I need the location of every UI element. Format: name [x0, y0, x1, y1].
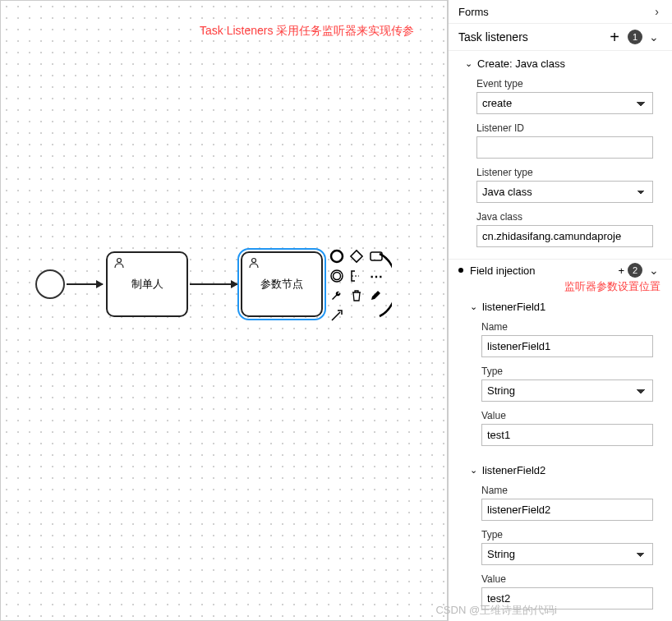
- properties-panel: Forms › Task listeners + 1 ⌄ ⌄ Create: J…: [448, 0, 672, 621]
- forms-title: Forms: [458, 6, 651, 18]
- annotation-mid: 监听器参数设置位置: [449, 279, 672, 294]
- field1-type-select[interactable]: String: [481, 380, 653, 402]
- event-type-select[interactable]: create: [476, 92, 653, 114]
- pad-gateway-icon[interactable]: [348, 247, 366, 265]
- svg-point-1: [252, 259, 256, 263]
- pad-wrench-icon[interactable]: [328, 287, 346, 305]
- pad-connect-icon[interactable]: [328, 306, 346, 324]
- field-count-badge: 2: [628, 263, 642, 278]
- field1-title: listenerField1: [482, 301, 545, 313]
- java-class-input[interactable]: [476, 225, 653, 247]
- pad-trash-icon[interactable]: [348, 287, 366, 305]
- task-listeners-title: Task listeners: [458, 30, 605, 44]
- toggle-icon: ⌄: [470, 301, 477, 312]
- toggle-icon: ⌄: [470, 465, 477, 476]
- task1-label: 制单人: [131, 277, 163, 292]
- bpmn-canvas[interactable]: Task Listeners 采用任务监听器来实现传参 制单人 参数节点 ⋯: [0, 0, 448, 621]
- toggle-icon: ⌄: [465, 58, 472, 69]
- watermark: CSDN @王维诗里的代码i: [435, 603, 557, 618]
- dot-icon: [458, 268, 463, 273]
- pad-intermediate-event-icon[interactable]: [328, 267, 346, 285]
- chevron-right-icon: ›: [651, 5, 662, 18]
- user-icon: [113, 256, 126, 269]
- field1-value-label: Value: [481, 410, 662, 421]
- chevron-down-icon[interactable]: ⌄: [646, 30, 662, 44]
- svg-point-2: [331, 251, 343, 262]
- listener-id-label: Listener ID: [476, 122, 662, 134]
- field-injection-header[interactable]: Field injection + 2 ⌄: [449, 259, 672, 281]
- start-event[interactable]: [35, 269, 65, 299]
- field1-value-input[interactable]: [481, 424, 653, 446]
- field2-type-label: Type: [481, 529, 662, 540]
- add-listener-button[interactable]: +: [610, 29, 619, 45]
- task-listeners-header[interactable]: Task listeners + 1 ⌄: [449, 24, 672, 51]
- listener-type-select[interactable]: Java class: [476, 181, 653, 203]
- listener-entry-header[interactable]: ⌄ Create: Java class: [465, 54, 662, 73]
- pad-boundary-icon: [377, 252, 392, 318]
- listener-id-input[interactable]: [476, 136, 653, 159]
- field2-value-label: Value: [481, 573, 662, 585]
- listener-count-badge: 1: [628, 30, 642, 44]
- user-task-1[interactable]: 制单人: [106, 251, 188, 317]
- field1-name-input[interactable]: [481, 335, 653, 357]
- java-class-label: Java class: [476, 211, 662, 223]
- user-task-2[interactable]: 参数节点: [241, 251, 323, 317]
- svg-point-0: [117, 259, 122, 263]
- field-injection-title: Field injection: [470, 264, 618, 277]
- listener-entry-title: Create: Java class: [477, 58, 565, 70]
- task2-label: 参数节点: [260, 277, 303, 292]
- svg-rect-3: [351, 251, 362, 262]
- sequence-flow-2[interactable]: [190, 283, 237, 285]
- chevron-down-icon[interactable]: ⌄: [646, 264, 662, 277]
- field2-type-select[interactable]: String: [481, 543, 653, 565]
- sequence-flow-1[interactable]: [67, 283, 103, 285]
- forms-section-header[interactable]: Forms ›: [449, 0, 672, 24]
- field2-name-input[interactable]: [481, 499, 653, 521]
- annotation-top: Task Listeners 采用任务监听器来实现传参: [200, 24, 414, 39]
- add-field-button[interactable]: +: [618, 264, 624, 277]
- field1-type-label: Type: [481, 366, 662, 377]
- svg-point-6: [334, 273, 341, 280]
- user-icon: [247, 256, 260, 269]
- listener-type-label: Listener type: [476, 167, 662, 178]
- pad-annotation-icon[interactable]: [348, 267, 366, 285]
- field2-title: listenerField2: [482, 464, 545, 476]
- field2-header[interactable]: ⌄ listenerField2: [470, 461, 662, 480]
- field1-header[interactable]: ⌄ listenerField1: [470, 297, 662, 316]
- field1-name-label: Name: [481, 321, 662, 333]
- field2-name-label: Name: [481, 485, 662, 496]
- event-type-label: Event type: [476, 78, 662, 90]
- pad-end-event-icon[interactable]: [328, 247, 346, 265]
